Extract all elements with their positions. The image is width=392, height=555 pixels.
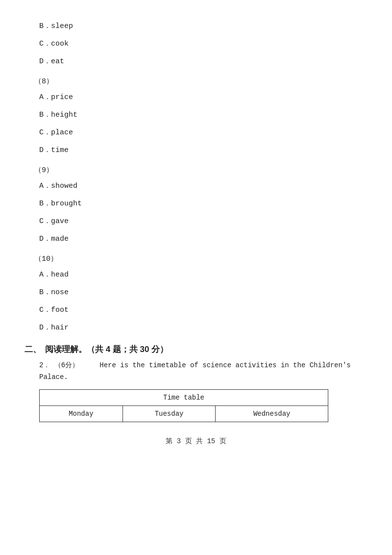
option-a-head: A．head [39, 269, 368, 281]
option-b-height: B．height [39, 109, 368, 121]
page-number: 第 3 页 共 15 页 [166, 437, 226, 445]
timetable-header-row: Monday Tuesday Wednesday [40, 405, 328, 422]
section-2-title: 阅读理解。（共 4 题；共 30 分） [45, 344, 168, 355]
option-c-place: C．place [39, 127, 368, 139]
timetable-col-tuesday: Tuesday [122, 405, 216, 422]
question-10-num: （10） [34, 254, 368, 263]
timetable-col-wednesday: Wednesday [216, 405, 328, 422]
timetable-title-row: Time table [40, 389, 328, 405]
question-9-num: （9） [34, 165, 368, 175]
option-a-price: A．price [39, 92, 368, 103]
option-d-eat: D．eat [39, 56, 368, 68]
problem-2-num: 2． [39, 361, 50, 369]
option-c-foot: C．foot [39, 304, 368, 316]
option-b-sleep: B．sleep [39, 21, 368, 32]
option-b-nose: B．nose [39, 287, 368, 299]
option-d-made: D．made [39, 233, 368, 245]
option-c-gave: C．gave [39, 216, 368, 227]
section-2-header: 二、 阅读理解。（共 4 题；共 30 分） [24, 344, 368, 355]
page-footer: 第 3 页 共 15 页 [24, 437, 368, 446]
timetable: Time table Monday Tuesday Wednesday [39, 389, 328, 422]
section-2-label: 二、 [24, 344, 41, 355]
option-b-brought: B．brought [39, 198, 368, 210]
timetable-title: Time table [40, 389, 328, 405]
question-8-num: （8） [34, 76, 368, 86]
option-d-hair: D．hair [39, 322, 368, 334]
problem-2-desc: 2． （6分） Here is the timetable of science… [39, 360, 368, 383]
option-d-time: D．time [39, 145, 368, 156]
timetable-container: Time table Monday Tuesday Wednesday [39, 389, 353, 422]
option-a-showed: A．showed [39, 180, 368, 192]
option-c-cook: C．cook [39, 38, 368, 50]
problem-2-text: Here is the timetable of science activit… [39, 361, 351, 381]
problem-2-points: （6分） [54, 361, 79, 369]
timetable-col-monday: Monday [40, 405, 123, 422]
